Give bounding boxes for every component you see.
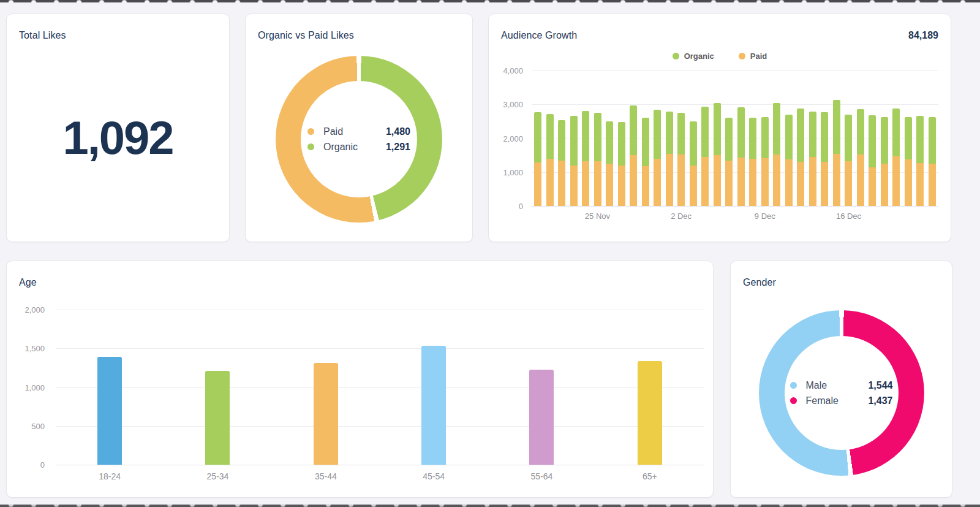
- legend-value: 1,291: [386, 142, 410, 153]
- x-tick: 25 Nov: [585, 212, 610, 221]
- male-dot-icon: [790, 382, 797, 389]
- stacked-bar: [809, 71, 816, 206]
- paid-segment: [606, 164, 613, 206]
- paid-segment: [570, 166, 578, 206]
- legend-label: Paid: [750, 51, 767, 61]
- paid-segment: [714, 155, 721, 206]
- y-tick: 0: [519, 202, 523, 211]
- paid-segment: [630, 155, 637, 206]
- stacked-bar: [642, 71, 649, 206]
- organic-segment: [594, 113, 601, 161]
- paid-segment: [546, 159, 554, 206]
- audience-growth-title: Audience Growth: [489, 14, 577, 41]
- stacked-bar: [725, 71, 733, 206]
- paid-segment: [821, 162, 828, 206]
- stacked-bar: [929, 71, 936, 206]
- stacked-bar: [892, 71, 900, 206]
- paid-segment: [773, 154, 780, 206]
- stacked-bar: [654, 71, 661, 206]
- stacked-bar: [761, 71, 769, 206]
- legend-item-organic: Organic: [673, 51, 714, 61]
- stacked-bar: [905, 71, 912, 206]
- stacked-bar: [845, 71, 852, 206]
- organic-segment: [905, 117, 912, 159]
- x-tick: 25-34: [164, 471, 271, 481]
- organic-segment: [797, 109, 804, 162]
- stacked-bar: [690, 71, 697, 206]
- paid-segment: [666, 154, 673, 206]
- age-bar-35-44: [314, 363, 338, 465]
- stacked-bar: [833, 71, 840, 206]
- age-bar-25-34: [205, 371, 230, 465]
- total-likes-title: Total Likes: [7, 14, 229, 41]
- paid-segment: [618, 166, 625, 206]
- legend-item-paid: Paid: [739, 51, 767, 61]
- organic-segment: [916, 116, 924, 163]
- age-bar-65+: [638, 361, 662, 465]
- x-tick: 45-54: [380, 471, 488, 481]
- age-bar-45-54: [421, 346, 446, 465]
- y-tick: 1,000: [503, 167, 523, 177]
- legend-value: 1,437: [868, 395, 892, 406]
- stacked-bar: [594, 71, 601, 206]
- organic-dot-icon: [673, 53, 679, 59]
- stacked-bar: [881, 71, 888, 206]
- paid-segment: [534, 162, 541, 206]
- stacked-bar: [558, 71, 565, 206]
- organic-segment: [833, 100, 840, 154]
- organic-segment: [881, 117, 888, 164]
- age-plot: 2,000 1,500 1,000 500 0 18-24 25-34: [7, 310, 713, 465]
- y-tick: 4,000: [503, 66, 523, 75]
- legend-label: Female: [806, 395, 869, 406]
- organic-segment: [773, 103, 780, 154]
- organic-segment: [666, 112, 673, 154]
- female-dot-icon: [790, 397, 797, 404]
- stacked-bar: [701, 71, 709, 206]
- age-bar-18-24: [97, 357, 122, 465]
- organic-segment: [654, 110, 661, 159]
- organic-segment: [570, 116, 578, 166]
- gender-title: Gender: [731, 261, 952, 288]
- paid-segment: [761, 158, 769, 206]
- paid-segment: [905, 159, 912, 206]
- stacked-bar: [630, 71, 637, 206]
- stacked-bar: [821, 71, 828, 206]
- organic-segment: [845, 115, 852, 162]
- organic-segment: [892, 109, 900, 156]
- stacked-bar: [916, 71, 924, 206]
- organic-segment: [749, 118, 756, 159]
- paid-segment: [642, 166, 649, 206]
- organic-segment: [677, 113, 685, 154]
- paid-segment: [881, 164, 888, 206]
- age-title: Age: [7, 261, 713, 288]
- x-tick: 55-64: [488, 471, 595, 481]
- gender-donut-chart: Male 1,544 Female 1,437: [759, 310, 924, 476]
- organic-segment: [857, 109, 864, 154]
- paid-segment: [749, 159, 756, 206]
- paid-segment: [701, 157, 709, 206]
- y-tick: 2,000: [24, 305, 45, 314]
- dashboard-row-top: Total Likes 1,092 Organic vs Paid Likes …: [6, 13, 980, 242]
- paid-dot-icon: [307, 128, 314, 135]
- y-tick: 0: [40, 460, 45, 470]
- paid-segment: [654, 159, 661, 206]
- age-card: Age 2,000 1,500 1,000 500 0: [6, 261, 714, 498]
- stacked-bar: [534, 71, 541, 206]
- organic-segment: [737, 107, 745, 158]
- y-tick: 1,000: [24, 383, 45, 392]
- legend-label: Paid: [323, 126, 386, 137]
- window-top-edge: [0, 0, 980, 2]
- organic-segment: [618, 122, 625, 166]
- paid-segment: [594, 161, 601, 206]
- organic-segment: [606, 121, 613, 163]
- stacked-bar: [570, 71, 578, 206]
- paid-segment: [737, 158, 745, 206]
- stacked-bar: [618, 71, 625, 206]
- x-tick: 9 Dec: [755, 212, 775, 221]
- organic-dot-icon: [307, 143, 314, 150]
- paid-segment: [785, 159, 793, 206]
- x-tick: 16 Dec: [836, 212, 861, 221]
- total-likes-card: Total Likes 1,092: [6, 13, 230, 242]
- paid-segment: [845, 161, 852, 206]
- y-tick: 1,500: [24, 344, 45, 353]
